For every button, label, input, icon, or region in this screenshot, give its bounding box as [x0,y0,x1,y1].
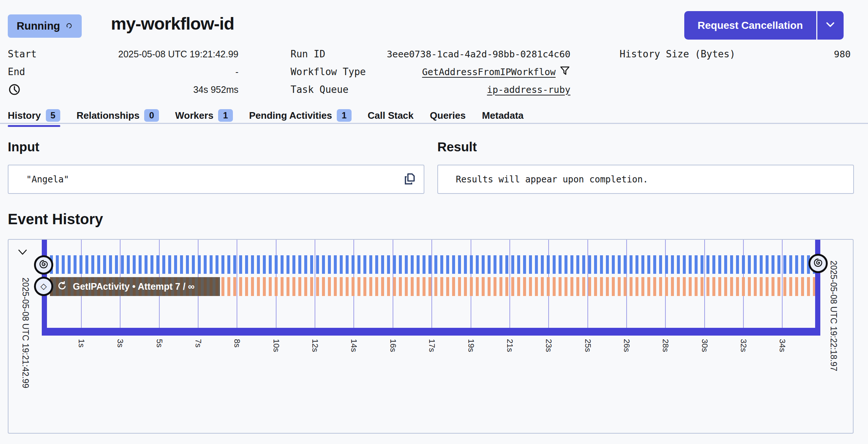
start-value: 2025-05-08 UTC 19:21:42.99 [118,49,238,60]
axis-tick-label: 7s [193,339,203,347]
spiral-icon [37,258,50,272]
axis-tick-label: 21s [505,339,515,352]
chevron-down-icon [824,21,837,30]
run-id-value: 3eee0738-1cad-4a2d-98bb-0281c4c60 [387,49,570,60]
history-size-label: History Size (Bytes) [620,48,735,60]
tab-count-badge: 1 [337,109,351,122]
input-box: "Angela" [8,165,424,194]
details-column-history-size: History Size (Bytes) 980 [620,45,851,63]
tab-count-badge: 1 [218,109,233,122]
result-box: Results will appear upon completion. [437,165,854,194]
tab-label: Workers [175,110,214,121]
request-cancellation-button[interactable]: Request Cancellation [684,11,816,40]
filter-icon[interactable] [559,65,570,78]
tab-label: Metadata [482,110,524,121]
status-badge: Running [8,14,82,38]
retry-icon [57,280,68,293]
axis-tick-label: 34s [777,339,787,352]
task-queue-label: Task Queue [291,84,349,95]
workflow-type-link[interactable]: GetAddressFromIPWorkflow [422,67,556,77]
detail-row-duration: 34s 952ms [8,81,238,98]
activity-start-node[interactable]: ◇ [34,277,53,296]
start-label: Start [8,48,37,60]
detail-row-end: End - [8,63,238,81]
duration-value: 34s 952ms [193,84,238,95]
tab-label: Relationships [77,110,139,121]
spiral-icon [812,256,824,270]
axis-tick-label: 23s [544,339,553,352]
workflow-execution-bar[interactable] [50,255,815,274]
timeline-end-time-label: 2025-05-08 UTC 19:22:18.97 [828,260,838,371]
axis-tick-label: 30s [700,339,709,352]
axis-tick-label: 25s [583,339,593,352]
chevron-down-icon [17,252,28,258]
tab-count-badge: 5 [46,109,60,122]
axis-tick-label: 10s [271,339,281,352]
axis-tick-label: 1s [77,339,86,347]
status-spinner-icon [65,20,73,32]
cancellation-menu-button[interactable] [816,11,844,40]
tab-label: Pending Activities [249,110,332,121]
detail-row-start: Start 2025-05-08 UTC 19:21:42.99 [8,45,238,63]
axis-tick-label: 32s [739,339,748,352]
history-size-value: 980 [834,49,851,60]
detail-row-task-queue: Task Queue ip-address-ruby [291,81,570,98]
run-id-label: Run ID [291,48,325,60]
clock-icon [8,83,21,96]
detail-row-history-size: History Size (Bytes) 980 [620,45,851,63]
workflow-start-node[interactable] [34,255,53,275]
tab-count-badge: 0 [144,109,159,122]
axis-tick-label: 28s [661,339,670,352]
event-history-heading: Event History [8,211,103,228]
axis-tick-label: 12s [310,339,320,352]
axis-tick-label: 16s [388,339,398,352]
result-value: Results will appear upon completion. [438,174,648,185]
tab-label: Queries [430,110,466,121]
end-value: - [235,67,238,77]
activity-label: GetIPActivity • Attempt 7 / ∞ [73,281,194,292]
workflow-end-node[interactable] [808,254,828,273]
copy-input-button[interactable] [403,172,417,187]
tab-label: History [8,110,41,121]
axis-tick-label: 8s [232,339,242,347]
timeline-start-time-label: 2025-05-08 UTC 19:21:42.99 [20,278,30,388]
diamond-icon: ◇ [41,282,47,290]
input-value: "Angela" [9,174,69,185]
status-label: Running [17,20,60,32]
task-queue-link[interactable]: ip-address-ruby [487,84,570,95]
timeline-baseline-bar [42,328,820,336]
axis-tick-label: 26s [622,339,631,352]
activity-label-bar[interactable]: GetIPActivity • Attempt 7 / ∞ [50,277,220,296]
workflow-type-label: Workflow Type [291,66,366,77]
axis-tick-label: 3s [115,339,125,347]
timeline-expand-toggle[interactable] [17,249,28,258]
tabs-divider [0,123,868,124]
request-cancellation-split-button: Request Cancellation [684,11,844,40]
axis-tick-label: 5s [155,339,164,347]
axis-tick-label: 14s [349,339,359,352]
detail-row-workflow-type: Workflow Type GetAddressFromIPWorkflow [291,63,570,81]
copy-icon [403,181,417,187]
details-column-workflow: Run ID 3eee0738-1cad-4a2d-98bb-0281c4c60… [291,45,570,98]
detail-row-run-id: Run ID 3eee0738-1cad-4a2d-98bb-0281c4c60 [291,45,570,63]
end-label: End [8,66,25,77]
result-heading: Result [437,139,477,154]
details-column-times: Start 2025-05-08 UTC 19:21:42.99 End - 3… [8,45,238,98]
axis-tick-label: 17s [427,339,437,352]
page-title: my-workflow-id [111,13,234,34]
workflow-detail-page: Running my-workflow-id Request Cancellat… [0,0,868,444]
axis-tick-label: 19s [466,339,476,352]
event-history-timeline: 1s3s5s7s8s10s12s14s16s17s19s21s23s25s26s… [8,239,854,434]
input-heading: Input [8,139,40,154]
tab-label: Call Stack [368,110,414,121]
